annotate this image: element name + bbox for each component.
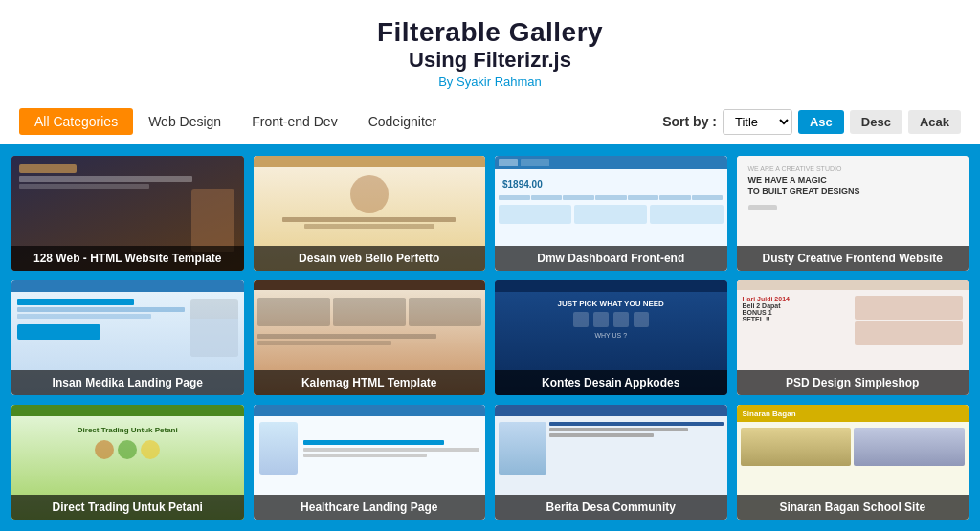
gallery-container: 128 Web - HTML Website Template Desain w… [0, 144, 980, 531]
gallery-item-1-caption: 128 Web - HTML Website Template [11, 246, 244, 271]
page-title-line1: Filterable Gallery [0, 17, 980, 48]
gallery-item-9-caption: Direct Trading Untuk Petani [11, 495, 244, 520]
sort-area: Sort by : Title Date Name Asc Desc Acak [662, 109, 961, 135]
gallery-item-8-caption: PSD Design Simpleshop [737, 370, 969, 395]
sort-select[interactable]: Title Date Name [723, 109, 792, 135]
gallery-item-2-caption: Desain web Bello Perfetto [254, 246, 486, 271]
gallery-item-3[interactable]: $1894.00 [495, 156, 727, 271]
gallery-item-9[interactable]: Direct Trading Untuk Petani Direct Tradi… [11, 405, 244, 520]
gallery-item-6-caption: Kalemag HTML Template [254, 370, 486, 395]
filter-btn-all[interactable]: All Categories [19, 108, 133, 135]
sort-label: Sort by : [662, 114, 717, 129]
gallery-item-4[interactable]: WE ARE A CREATIVE STUDIO WE HAVE A MAGIC… [737, 156, 969, 271]
filter-btn-codeigniter[interactable]: Codeigniter [353, 108, 453, 135]
filter-btn-frontend-dev[interactable]: Front-end Dev [236, 108, 352, 135]
page-header: Filterable Gallery Using Filterizr.js By… [0, 0, 980, 99]
gallery-item-5[interactable]: Insan Medika Landing Page [11, 280, 244, 395]
gallery-item-5-caption: Insan Medika Landing Page [11, 370, 244, 395]
sort-desc-btn[interactable]: Desc [850, 110, 902, 134]
gallery-item-1[interactable]: 128 Web - HTML Website Template [11, 156, 244, 271]
gallery-item-12[interactable]: Sinaran Bagan Sinaran Bag [737, 405, 969, 520]
gallery-item-7[interactable]: JUST PICK WHAT YOU NEED WHY US ? Kontes … [495, 280, 727, 395]
gallery-item-10[interactable]: Healthcare Landing Page [254, 405, 486, 520]
gallery-item-3-caption: Dmw Dashboard Front-end [495, 246, 727, 271]
gallery-item-11[interactable]: Berita Desa Community [495, 405, 727, 520]
gallery-item-12-caption: Sinaran Bagan School Site [737, 495, 969, 520]
gallery-grid: 128 Web - HTML Website Template Desain w… [11, 156, 969, 520]
filter-bar: All Categories Web Design Front-end Dev … [0, 99, 980, 144]
sort-acak-btn[interactable]: Acak [908, 110, 961, 134]
gallery-item-2[interactable]: Desain web Bello Perfetto [254, 156, 486, 271]
gallery-item-8[interactable]: Hari Juidi 2014 Beli 2 DapatBONUS 1SETEL… [737, 280, 969, 395]
gallery-item-10-caption: Healthcare Landing Page [254, 495, 486, 520]
filter-btn-web-design[interactable]: Web Design [133, 108, 236, 135]
gallery-item-6[interactable]: Kalemag HTML Template [254, 280, 486, 395]
filter-buttons: All Categories Web Design Front-end Dev … [19, 108, 452, 135]
gallery-item-11-caption: Berita Desa Community [495, 495, 727, 520]
gallery-item-4-caption: Dusty Creative Frontend Website [737, 246, 969, 271]
page-title-line2: Using Filterizr.js [0, 48, 980, 73]
sort-asc-btn[interactable]: Asc [798, 110, 844, 134]
gallery-item-7-caption: Kontes Desain Appkodes [495, 370, 727, 395]
author-credit: By Syakir Rahman [0, 75, 980, 89]
